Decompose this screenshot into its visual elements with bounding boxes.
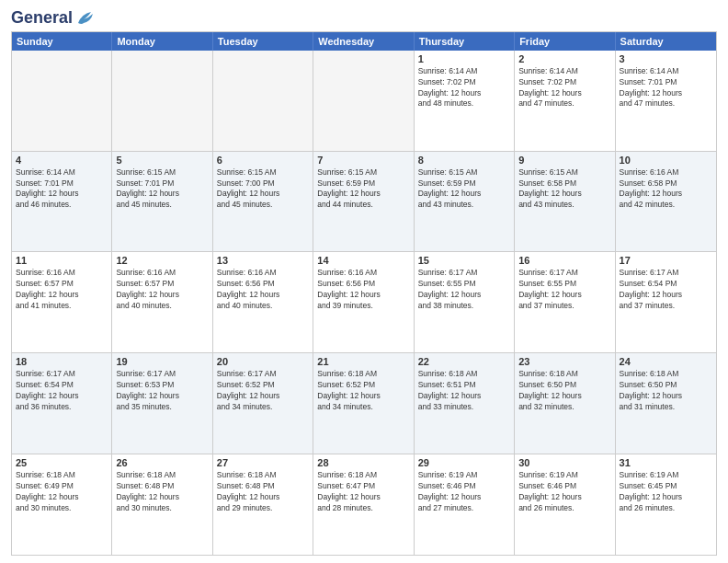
day-number: 10: [620, 155, 712, 166]
day-number: 1: [418, 53, 510, 64]
calendar-cell: 28Sunrise: 6:18 AM Sunset: 6:47 PM Dayli…: [313, 454, 414, 555]
calendar-cell: 7Sunrise: 6:15 AM Sunset: 6:59 PM Daylig…: [313, 152, 414, 252]
calendar-cell: 27Sunrise: 6:18 AM Sunset: 6:48 PM Dayli…: [213, 454, 313, 555]
calendar-cell: 4Sunrise: 6:14 AM Sunset: 7:01 PM Daylig…: [12, 152, 112, 252]
calendar-cell: 13Sunrise: 6:16 AM Sunset: 6:56 PM Dayli…: [213, 252, 313, 352]
day-number: 4: [16, 155, 108, 166]
day-info: Sunrise: 6:18 AM Sunset: 6:48 PM Dayligh…: [116, 470, 208, 514]
calendar-cell: 31Sunrise: 6:19 AM Sunset: 6:45 PM Dayli…: [616, 454, 716, 555]
logo: General: [11, 9, 95, 26]
calendar-cell: 17Sunrise: 6:17 AM Sunset: 6:54 PM Dayli…: [616, 252, 716, 352]
weekday-header-friday: Friday: [515, 32, 615, 51]
calendar-cell: 2Sunrise: 6:14 AM Sunset: 7:02 PM Daylig…: [515, 51, 615, 151]
calendar-row-5: 25Sunrise: 6:18 AM Sunset: 6:49 PM Dayli…: [12, 454, 716, 555]
day-info: Sunrise: 6:15 AM Sunset: 6:59 PM Dayligh…: [317, 167, 409, 212]
calendar-cell: 16Sunrise: 6:17 AM Sunset: 6:55 PM Dayli…: [515, 252, 615, 352]
day-info: Sunrise: 6:18 AM Sunset: 6:52 PM Dayligh…: [317, 369, 409, 413]
day-info: Sunrise: 6:19 AM Sunset: 6:46 PM Dayligh…: [518, 470, 610, 514]
day-info: Sunrise: 6:15 AM Sunset: 6:59 PM Dayligh…: [418, 167, 510, 212]
day-number: 6: [217, 155, 309, 166]
day-number: 24: [620, 356, 712, 367]
day-number: 27: [217, 457, 309, 468]
weekday-header-sunday: Sunday: [12, 32, 112, 51]
calendar-cell: 9Sunrise: 6:15 AM Sunset: 6:58 PM Daylig…: [515, 152, 615, 252]
day-info: Sunrise: 6:17 AM Sunset: 6:54 PM Dayligh…: [16, 369, 108, 413]
day-number: 13: [217, 255, 309, 266]
day-number: 31: [620, 457, 712, 468]
day-number: 9: [518, 155, 610, 166]
calendar-cell: 6Sunrise: 6:15 AM Sunset: 7:00 PM Daylig…: [213, 152, 313, 252]
day-number: 18: [16, 356, 108, 367]
page-container: General SundayMondayTuesdayWednesdayThur…: [0, 0, 728, 563]
calendar-cell: 21Sunrise: 6:18 AM Sunset: 6:52 PM Dayli…: [313, 353, 414, 454]
day-number: 25: [16, 457, 108, 468]
calendar-cell: 8Sunrise: 6:15 AM Sunset: 6:59 PM Daylig…: [415, 152, 515, 252]
day-info: Sunrise: 6:17 AM Sunset: 6:54 PM Dayligh…: [620, 268, 712, 312]
day-number: 2: [518, 53, 610, 64]
day-info: Sunrise: 6:14 AM Sunset: 7:01 PM Dayligh…: [620, 66, 712, 110]
calendar-cell: 20Sunrise: 6:17 AM Sunset: 6:52 PM Dayli…: [213, 353, 313, 454]
day-info: Sunrise: 6:18 AM Sunset: 6:49 PM Dayligh…: [16, 470, 108, 514]
day-number: 23: [518, 356, 610, 367]
day-info: Sunrise: 6:17 AM Sunset: 6:55 PM Dayligh…: [518, 268, 610, 312]
calendar-row-3: 11Sunrise: 6:16 AM Sunset: 6:57 PM Dayli…: [12, 251, 716, 352]
weekday-header-thursday: Thursday: [415, 32, 515, 51]
day-number: 21: [317, 356, 409, 367]
day-info: Sunrise: 6:16 AM Sunset: 6:57 PM Dayligh…: [16, 268, 108, 312]
day-info: Sunrise: 6:17 AM Sunset: 6:52 PM Dayligh…: [217, 369, 309, 413]
day-info: Sunrise: 6:18 AM Sunset: 6:47 PM Dayligh…: [317, 470, 409, 514]
calendar-cell: 15Sunrise: 6:17 AM Sunset: 6:55 PM Dayli…: [415, 252, 515, 352]
weekday-header-tuesday: Tuesday: [213, 32, 313, 51]
day-info: Sunrise: 6:15 AM Sunset: 7:00 PM Dayligh…: [217, 167, 309, 212]
logo-bird-icon: [74, 10, 95, 27]
day-number: 8: [418, 155, 510, 166]
day-number: 15: [418, 255, 510, 266]
day-number: 11: [16, 255, 108, 266]
calendar-cell: 29Sunrise: 6:19 AM Sunset: 6:46 PM Dayli…: [415, 454, 515, 555]
day-info: Sunrise: 6:16 AM Sunset: 6:58 PM Dayligh…: [620, 167, 712, 212]
calendar-cell: 5Sunrise: 6:15 AM Sunset: 7:01 PM Daylig…: [112, 152, 212, 252]
day-number: 16: [518, 255, 610, 266]
day-info: Sunrise: 6:17 AM Sunset: 6:55 PM Dayligh…: [418, 268, 510, 312]
day-number: 30: [518, 457, 610, 468]
day-info: Sunrise: 6:14 AM Sunset: 7:02 PM Dayligh…: [418, 66, 510, 110]
day-number: 3: [620, 53, 712, 64]
day-number: 22: [418, 356, 510, 367]
calendar-cell: 14Sunrise: 6:16 AM Sunset: 6:56 PM Dayli…: [313, 252, 414, 352]
calendar-row-2: 4Sunrise: 6:14 AM Sunset: 7:01 PM Daylig…: [12, 151, 716, 252]
day-number: 7: [317, 155, 409, 166]
day-info: Sunrise: 6:18 AM Sunset: 6:48 PM Dayligh…: [217, 470, 309, 514]
day-info: Sunrise: 6:18 AM Sunset: 6:50 PM Dayligh…: [518, 369, 610, 413]
calendar-cell: 18Sunrise: 6:17 AM Sunset: 6:54 PM Dayli…: [12, 353, 112, 454]
weekday-header-monday: Monday: [112, 32, 212, 51]
day-info: Sunrise: 6:15 AM Sunset: 7:01 PM Dayligh…: [116, 167, 208, 212]
day-number: 17: [620, 255, 712, 266]
page-header: General: [11, 9, 717, 26]
calendar-cell: 1Sunrise: 6:14 AM Sunset: 7:02 PM Daylig…: [415, 51, 515, 151]
calendar-cell: 25Sunrise: 6:18 AM Sunset: 6:49 PM Dayli…: [12, 454, 112, 555]
day-number: 29: [418, 457, 510, 468]
calendar-cell: [12, 51, 112, 151]
day-number: 14: [317, 255, 409, 266]
calendar-row-4: 18Sunrise: 6:17 AM Sunset: 6:54 PM Dayli…: [12, 352, 716, 454]
calendar-cell: 30Sunrise: 6:19 AM Sunset: 6:46 PM Dayli…: [515, 454, 615, 555]
day-info: Sunrise: 6:19 AM Sunset: 6:46 PM Dayligh…: [418, 470, 510, 514]
calendar-header: SundayMondayTuesdayWednesdayThursdayFrid…: [12, 32, 716, 51]
day-number: 28: [317, 457, 409, 468]
day-number: 19: [116, 356, 208, 367]
day-info: Sunrise: 6:18 AM Sunset: 6:50 PM Dayligh…: [620, 369, 712, 413]
day-info: Sunrise: 6:14 AM Sunset: 7:01 PM Dayligh…: [16, 167, 108, 212]
weekday-header-wednesday: Wednesday: [313, 32, 414, 51]
calendar-cell: 24Sunrise: 6:18 AM Sunset: 6:50 PM Dayli…: [616, 353, 716, 454]
calendar-cell: [112, 51, 212, 151]
day-info: Sunrise: 6:16 AM Sunset: 6:57 PM Dayligh…: [116, 268, 208, 312]
day-info: Sunrise: 6:15 AM Sunset: 6:58 PM Dayligh…: [518, 167, 610, 212]
logo-text: General: [11, 9, 95, 28]
day-info: Sunrise: 6:16 AM Sunset: 6:56 PM Dayligh…: [217, 268, 309, 312]
calendar-row-1: 1Sunrise: 6:14 AM Sunset: 7:02 PM Daylig…: [12, 51, 716, 151]
calendar-cell: 23Sunrise: 6:18 AM Sunset: 6:50 PM Dayli…: [515, 353, 615, 454]
day-number: 26: [116, 457, 208, 468]
day-info: Sunrise: 6:14 AM Sunset: 7:02 PM Dayligh…: [518, 66, 610, 110]
weekday-header-saturday: Saturday: [616, 32, 716, 51]
day-number: 20: [217, 356, 309, 367]
